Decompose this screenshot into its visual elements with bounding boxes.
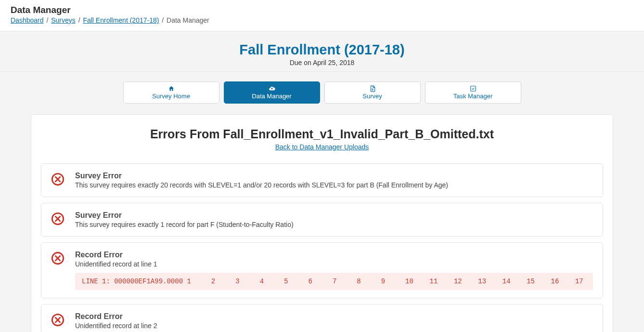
- tab-data-manager[interactable]: Data Manager: [224, 81, 320, 104]
- check-square-icon: [470, 85, 477, 92]
- error-body: Survey Error This survey requires exactl…: [75, 211, 593, 228]
- content-panel: Errors From Fall_Enrollment_v1_Invalid_P…: [31, 114, 613, 332]
- tab-survey[interactable]: Survey: [324, 81, 421, 104]
- error-message: Unidentified record at line 1: [75, 260, 593, 268]
- error-icon: [51, 313, 64, 327]
- file-icon: [369, 85, 376, 92]
- error-body: Survey Error This survey requires exactl…: [75, 172, 593, 189]
- error-card: Survey Error This survey requires exactl…: [41, 203, 603, 237]
- error-body: Record Error Unidentified record at line…: [75, 251, 593, 290]
- back-to-uploads-link[interactable]: Back to Data Manager Uploads: [41, 143, 603, 151]
- breadcrumb-surveys[interactable]: Surveys: [51, 16, 76, 24]
- tab-label: Data Manager: [252, 93, 291, 100]
- error-title: Record Error: [75, 312, 593, 321]
- error-code-block: LINE 1: 000000EF1A99.0000 1 2 3 4 5 6 7 …: [75, 273, 593, 290]
- cloud-upload-icon: [269, 85, 275, 92]
- header-bar: Data Manager Dashboard / Surveys / Fall …: [0, 0, 644, 31]
- error-body: Record Error Unidentified record at line…: [75, 312, 593, 332]
- svg-rect-0: [470, 86, 476, 92]
- error-icon: [51, 212, 64, 226]
- error-title: Record Error: [75, 251, 593, 259]
- breadcrumb-current: Data Manager: [167, 16, 209, 24]
- home-icon: [168, 85, 175, 92]
- survey-due: Due on April 25, 2018: [0, 59, 644, 66]
- error-message: This survey requires exactly 20 records …: [75, 181, 593, 189]
- error-title: Survey Error: [75, 172, 593, 180]
- tab-label: Task Manager: [453, 93, 493, 100]
- error-message: This survey requires exactly 1 record fo…: [75, 221, 593, 228]
- error-icon: [51, 173, 64, 186]
- tab-task-manager[interactable]: Task Manager: [425, 81, 521, 104]
- breadcrumb-sep: /: [159, 16, 167, 24]
- error-title: Survey Error: [75, 211, 593, 220]
- error-card: Record Error Unidentified record at line…: [41, 242, 603, 298]
- nav-tabs: Survey Home Data Manager Survey Task Man…: [0, 72, 644, 114]
- error-icon: [51, 252, 64, 265]
- error-message: Unidentified record at line 2: [75, 322, 593, 330]
- error-card: Record Error Unidentified record at line…: [41, 304, 603, 332]
- page-title: Data Manager: [11, 5, 633, 15]
- tab-label: Survey Home: [152, 93, 190, 100]
- survey-header: Fall Enrollment (2017-18) Due on April 2…: [0, 31, 644, 72]
- breadcrumb-sep: /: [44, 16, 52, 24]
- breadcrumb-dashboard[interactable]: Dashboard: [11, 16, 44, 24]
- tab-survey-home[interactable]: Survey Home: [123, 81, 219, 104]
- breadcrumb-sep: /: [76, 16, 83, 24]
- breadcrumb-fall-enrollment[interactable]: Fall Enrollment (2017-18): [83, 16, 159, 24]
- tab-label: Survey: [362, 93, 382, 100]
- breadcrumb: Dashboard / Surveys / Fall Enrollment (2…: [11, 16, 633, 24]
- errors-heading: Errors From Fall_Enrollment_v1_Invalid_P…: [41, 127, 603, 141]
- survey-title: Fall Enrollment (2017-18): [0, 42, 644, 58]
- error-card: Survey Error This survey requires exactl…: [41, 163, 603, 197]
